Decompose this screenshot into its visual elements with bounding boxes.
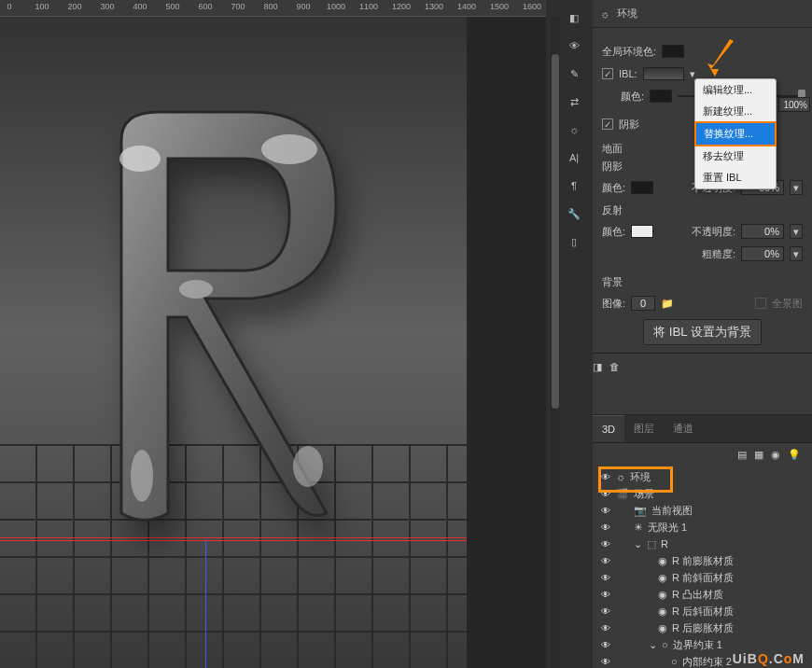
tree-label: R 前斜面材质 [672,571,734,585]
trash-icon[interactable]: 🗑 [609,361,620,376]
menu-new-texture[interactable]: 新建纹理... [695,101,776,122]
svg-point-2 [293,446,323,487]
shadow-label: 阴影 [619,118,639,132]
global-env-color-label: 全局环境色: [602,45,656,59]
roughness-value[interactable]: 0% [741,246,784,261]
folder-icon[interactable]: 📁 [661,298,674,310]
set-ibl-as-background-button[interactable]: 将 IBL 设置为背景 [643,319,762,345]
visibility-toggle[interactable]: 👁 [600,522,611,533]
panel-header: ☼ 环境 [593,0,812,28]
menu-edit-texture[interactable]: 编辑纹理... [695,79,776,101]
visibility-toggle[interactable]: 👁 [600,639,611,650]
tree-item-material[interactable]: 👁 ◉ R 前膨胀材质 [600,552,805,569]
ibl-color-swatch[interactable] [650,90,672,103]
visibility-toggle[interactable]: 👁 [600,488,611,499]
visibility-toggle[interactable]: 👁 [600,622,611,633]
light-tool-icon[interactable]: ☼ [564,119,584,140]
tree-label: 边界约束 1 [673,638,722,652]
scene-tree: 👁 ☼ 环境 👁 🎬 场景 👁 📷 当前视图 👁 ☀ 无限光 1 👁 ⌄ ⬚ R [593,466,812,668]
text-a-tool-icon[interactable]: A| [564,147,584,168]
tool-icon-1[interactable]: ◧ [564,7,584,28]
filter-mesh-icon[interactable]: ▦ [754,449,763,461]
3d-panel: 3D 图层 通道 ▤ ▦ ◉ 💡 👁 ☼ 环境 👁 🎬 场景 👁 📷 当前视图 … [593,414,812,668]
visibility-toggle[interactable]: 👁 [600,589,611,600]
tree-item-r-mesh[interactable]: 👁 ⌄ ⬚ R [600,536,805,552]
panorama-label: 全景图 [772,297,803,311]
ground-shadow-color-swatch[interactable] [631,181,653,194]
settings-tool-icon[interactable]: ⇄ [564,91,584,112]
tree-item-environment[interactable]: 👁 ☼ 环境 [600,468,805,485]
tree-label: 内部约束 2 [682,655,732,669]
ibl-intensity-value[interactable]: 100% [778,97,810,112]
wrench-tool-icon[interactable]: 🔧 [564,203,584,224]
expand-icon[interactable]: ⌄ [634,538,642,550]
tree-item-material[interactable]: 👁 ◉ R 凸出材质 [600,586,805,603]
paragraph-tool-icon[interactable]: ¶ [564,175,584,196]
visibility-toggle[interactable]: 👁 [600,605,611,617]
3d-object-r[interactable] [56,75,373,560]
roughness-label: 粗糙度: [702,247,735,261]
eye-tool-icon[interactable]: 👁 [564,35,584,56]
svg-point-4 [179,280,213,299]
refl-opacity-label: 不透明度: [692,225,735,239]
tree-label: R 后膨胀材质 [672,621,734,635]
tree-item-scene[interactable]: 👁 🎬 场景 [600,485,805,502]
material-icon: ◉ [658,622,667,634]
background-label: 背景 [602,275,803,289]
menu-remove-texture[interactable]: 移去纹理 [695,146,776,167]
tree-label: R [661,538,668,550]
light-icon: ☼ [600,8,609,20]
tree-item-material[interactable]: 👁 ◉ R 后膨胀材质 [600,619,805,636]
tree-item-infinite-light[interactable]: 👁 ☀ 无限光 1 [600,519,805,536]
refl-color-swatch[interactable] [631,225,653,238]
visibility-toggle[interactable]: 👁 [600,555,611,566]
ibl-folder-icon[interactable]: ▾ [690,68,695,80]
bg-image-value[interactable]: 0 [631,296,655,311]
tree-item-material[interactable]: 👁 ◉ R 前斜面材质 [600,569,805,586]
camera-icon: 📷 [634,505,647,517]
ibl-texture-swatch[interactable] [643,67,684,80]
render-icon[interactable]: ◨ [593,361,602,376]
refl-opacity-dropdown[interactable]: ▾ [790,224,803,239]
roughness-dropdown[interactable]: ▾ [790,246,803,261]
viewport-scrollbar[interactable] [551,17,560,668]
tab-channels[interactable]: 通道 [664,415,703,442]
filter-light-icon[interactable]: 💡 [788,449,801,461]
menu-replace-texture[interactable]: 替换纹理... [694,121,777,146]
canvas-pasteboard [467,17,546,668]
material-icon: ◉ [658,572,667,584]
visibility-toggle[interactable]: 👁 [600,572,611,583]
scrollbar-thumb[interactable] [552,54,559,409]
ruler-horizontal: 0 100 200 300 400 500 600 700 800 900 10… [0,0,546,17]
menu-reset-ibl[interactable]: 重置 IBL [695,167,776,188]
tab-layers[interactable]: 图层 [624,415,664,442]
reflection-label: 反射 [602,203,803,217]
panorama-checkbox[interactable] [755,298,766,309]
refl-color-label: 颜色: [602,225,625,239]
global-env-color-swatch[interactable] [662,45,684,58]
visibility-toggle[interactable]: 👁 [600,505,611,516]
ibl-color-label: 颜色: [621,90,644,104]
refl-opacity-value[interactable]: 0% [741,224,784,239]
viewport-3d[interactable]: 0 100 200 300 400 500 600 700 800 900 10… [0,0,546,668]
mesh-icon: ⬚ [647,538,656,550]
document-tool-icon[interactable]: ▯ [564,231,584,252]
visibility-toggle[interactable]: 👁 [600,656,611,667]
tab-3d[interactable]: 3D [593,415,624,442]
scene-icon: 🎬 [616,488,629,500]
tree-item-current-view[interactable]: 👁 📷 当前视图 [600,502,805,519]
opacity-dropdown[interactable]: ▾ [790,180,803,195]
filter-scene-icon[interactable]: ▤ [737,449,747,461]
shadow-checkbox[interactable]: ✓ [602,118,613,130]
tree-item-material[interactable]: 👁 ◉ R 后斜面材质 [600,603,805,619]
visibility-toggle[interactable]: 👁 [600,471,611,482]
filter-material-icon[interactable]: ◉ [771,449,780,461]
panel-tabs: 3D 图层 通道 [593,415,812,443]
brush-tool-icon[interactable]: ✎ [564,63,584,84]
ibl-checkbox[interactable]: ✓ [602,68,613,79]
material-icon: ◉ [658,555,667,567]
visibility-toggle[interactable]: 👁 [600,538,611,550]
light-icon: ☀ [634,522,643,534]
watermark: UiBQ.CoM [733,651,805,666]
expand-icon[interactable]: ⌄ [649,639,657,651]
